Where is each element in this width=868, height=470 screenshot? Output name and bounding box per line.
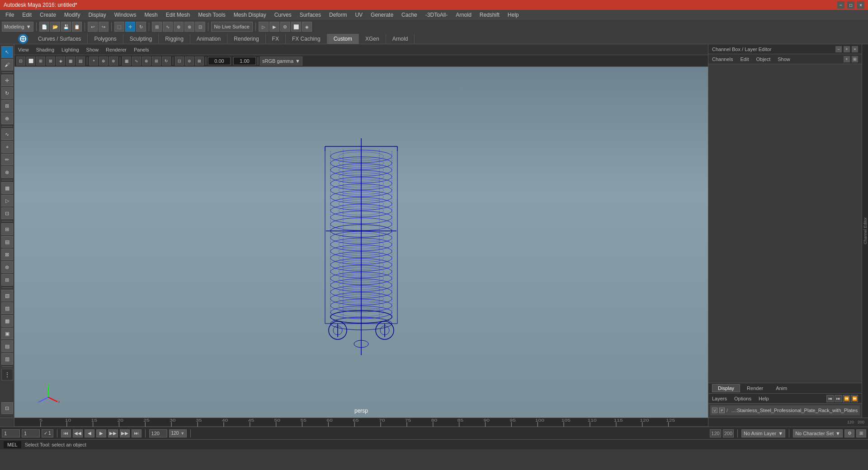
vp-wireframe-button[interactable]: ⊠ (46, 56, 55, 66)
render-current-button[interactable]: ▷ (259, 22, 269, 32)
cb-tab-channels[interactable]: Channels (712, 56, 733, 62)
vp-menu-lighting[interactable]: Lighting (61, 47, 79, 52)
minimize-button[interactable]: − (837, 1, 844, 9)
anim-options-button[interactable]: ⚙ (844, 429, 854, 437)
soft-select-button[interactable]: ∿ (1, 128, 13, 140)
menu-arnold[interactable]: Arnold (452, 11, 475, 19)
go-to-end-button[interactable]: ⏭ (132, 429, 142, 437)
transform-tool-button[interactable]: ⊕ (1, 113, 13, 124)
tools-btn-3[interactable]: ▩ (1, 315, 13, 327)
tools-btn-1[interactable]: ▧ (1, 290, 13, 301)
layer-v-toggle[interactable]: V (712, 408, 717, 413)
save-scene-button[interactable]: 💾 (61, 22, 71, 32)
hypershade-button[interactable]: ◈ (302, 22, 312, 32)
menu-cache[interactable]: Cache (398, 11, 421, 19)
prev-key-button[interactable]: ◀◀ (73, 429, 83, 437)
vp-snap-point[interactable]: ⊕ (142, 56, 151, 66)
vp-grid-button[interactable]: ▤ (76, 56, 85, 66)
tab-animation[interactable]: Animation (190, 34, 227, 44)
menu-curves[interactable]: Curves (271, 11, 295, 19)
render-settings-button[interactable]: ⚙ (280, 22, 290, 32)
tab-display[interactable]: Display (712, 384, 740, 392)
menu-create[interactable]: Create (36, 11, 60, 19)
menu-edit[interactable]: Edit (19, 11, 35, 19)
render-button[interactable]: ▷ (1, 195, 13, 207)
new-scene-button[interactable]: 📄 (39, 22, 49, 32)
menu-uv[interactable]: UV (351, 11, 366, 19)
rotate-tool-button[interactable]: ↻ (1, 87, 13, 99)
vp-snap-surface[interactable]: ⊞ (152, 56, 161, 66)
bottom-tool[interactable]: ⊡ (1, 402, 13, 414)
maximize-button[interactable]: □ (847, 1, 854, 9)
vp-menu-shading[interactable]: Shading (36, 47, 54, 52)
menu-deform[interactable]: Deform (326, 11, 350, 19)
snap-to-surface-button[interactable]: ⊡ (195, 22, 205, 32)
vp-menu-show[interactable]: Show (86, 47, 99, 52)
tab-rigging[interactable]: Rigging (159, 34, 190, 44)
vp-refresh[interactable]: ↻ (162, 56, 171, 66)
menu-windows[interactable]: Windows (111, 11, 140, 19)
snap-to-point-button[interactable]: ⊕ (174, 22, 184, 32)
tools-btn-6[interactable]: ▥ (1, 353, 13, 365)
ch-expand-button[interactable]: + (844, 46, 850, 52)
start-frame-input[interactable] (2, 429, 20, 437)
open-scene-button[interactable]: 📂 (50, 22, 60, 32)
snap-to-grid-button[interactable]: ⊞ (152, 22, 162, 32)
menu-redshift[interactable]: Redshift (476, 11, 503, 19)
camera-button[interactable]: ⊡ (1, 207, 13, 219)
anim-layer-dropdown[interactable]: No Anim Layer ▼ (741, 429, 785, 437)
display-layers-button[interactable]: ▦ (1, 182, 13, 194)
ch-minimize-button[interactable]: − (835, 46, 842, 52)
menu-display[interactable]: Display (85, 11, 109, 19)
tab-curves-surfaces[interactable]: Curves / Surfaces (32, 34, 88, 44)
menu-modify[interactable]: Modify (61, 11, 84, 19)
artisan-button[interactable]: ⊗ (1, 166, 13, 178)
menu-edit-mesh[interactable]: Edit Mesh (162, 11, 193, 19)
snap-to-view-button[interactable]: ⊗ (184, 22, 194, 32)
modeling-dropdown[interactable]: Modeling ▼ (2, 22, 33, 32)
menu-mesh-display[interactable]: Mesh Display (230, 11, 270, 19)
vp-display[interactable]: ⊠ (195, 56, 204, 66)
vp-menu-renderer[interactable]: Renderer (106, 47, 127, 52)
vp-value2[interactable]: 1.00 (233, 57, 256, 65)
vp-shade-button[interactable]: ◈ (56, 56, 65, 66)
snap-to-curve-button[interactable]: ∿ (163, 22, 173, 32)
sub-tab-help[interactable]: Help (759, 396, 769, 401)
ch-add-attr-button[interactable]: + (844, 56, 850, 62)
menu-help[interactable]: Help (504, 11, 523, 19)
no-live-surface-label[interactable]: No Live Surface (211, 22, 253, 32)
script-mode-label[interactable]: MEL (4, 441, 21, 448)
vp-camera-attr[interactable]: ⊡ (175, 56, 184, 66)
ch-close-button[interactable]: × (852, 46, 858, 52)
vp-persp-button[interactable]: ⬜ (26, 56, 35, 66)
layer-up-button[interactable]: ⏪ (843, 395, 850, 402)
close-button[interactable]: × (857, 1, 864, 9)
grid-button[interactable]: ▤ (1, 236, 13, 248)
cb-tab-object[interactable]: Object (756, 56, 770, 62)
move-mode-button[interactable]: ✛ (125, 22, 135, 32)
layer-item[interactable]: V P / ...:Stainless_Steel_Professional_P… (710, 405, 860, 415)
rotate-mode-button[interactable]: ↻ (136, 22, 146, 32)
paint-tool-button[interactable]: ✏ (1, 154, 13, 165)
tools-btn-4[interactable]: ▣ (1, 328, 13, 339)
menu-file[interactable]: File (2, 11, 18, 19)
viewport-3d[interactable]: Y X Z persp (14, 67, 708, 418)
select-mode-button[interactable]: ⬚ (114, 22, 124, 32)
tab-polygons[interactable]: Polygons (88, 34, 123, 44)
menu-mesh-tools[interactable]: Mesh Tools (194, 11, 229, 19)
viewport[interactable]: View Shading Lighting Show Renderer Pane… (14, 44, 708, 418)
move-tool-button[interactable]: ✛ (1, 75, 13, 86)
show-manip-button[interactable]: ⊞ (1, 223, 13, 235)
current-frame-input[interactable] (22, 429, 40, 437)
paint-select-button[interactable]: 🖌 (1, 59, 13, 70)
cb-tab-show[interactable]: Show (778, 56, 790, 62)
layer-add-button[interactable]: ⏮ (826, 395, 834, 402)
tools-btn-2[interactable]: ▨ (1, 302, 13, 314)
ipr-render-button[interactable]: ▶ (269, 22, 279, 32)
save-as-button[interactable]: 📋 (72, 22, 82, 32)
render-view-button[interactable]: ⬜ (291, 22, 301, 32)
frame-button[interactable]: ⊞ (1, 274, 13, 286)
layer-p-toggle[interactable]: P (719, 408, 725, 413)
extra-btn[interactable]: ⋮ (1, 369, 13, 381)
sub-tab-layers[interactable]: Layers (712, 396, 727, 401)
